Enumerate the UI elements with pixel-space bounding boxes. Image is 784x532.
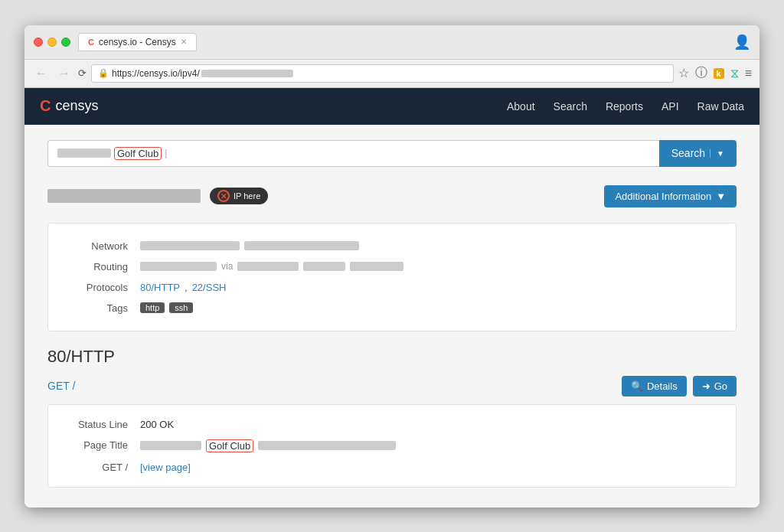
star-icon[interactable]: ☆ <box>678 66 689 80</box>
toolbar-icons: ☆ ⓘ k ⧖ ≡ <box>678 65 752 81</box>
page-title-highlight: Golf Club <box>206 439 253 452</box>
info-icon[interactable]: ⓘ <box>695 65 707 81</box>
ip-address-area: ✕ IP here <box>47 188 268 204</box>
back-button[interactable]: ← <box>32 65 51 82</box>
additional-info-button[interactable]: Additional Information ▼ <box>604 185 737 207</box>
censys-logo: C censys <box>40 97 98 115</box>
search-small-icon: 🔍 <box>631 380 643 392</box>
get-label: GET / <box>64 462 140 473</box>
search-input-wrapper[interactable]: Golf Club | <box>47 140 659 167</box>
tags-label: Tags <box>64 302 140 314</box>
ip-data-section: Network Routing via Protocols <box>47 223 737 331</box>
address-text: https://censys.io/ipv4/ <box>112 68 667 79</box>
network-row: Network <box>64 236 720 256</box>
search-prefix-blurred <box>57 149 111 158</box>
status-line-value: 200 OK <box>140 419 174 430</box>
browser-tab[interactable]: C censys.io - Censys ✕ <box>78 33 197 51</box>
protocol-ssh-link[interactable]: 22/SSH <box>192 282 227 293</box>
search-container: Golf Club | Search ▼ <box>47 140 737 167</box>
get-path-link[interactable]: GET / <box>47 380 75 392</box>
routing-value: via <box>140 261 403 273</box>
ip-badge-x-icon: ✕ <box>217 190 230 202</box>
tags-row: Tags http ssh <box>64 298 720 318</box>
address-bar[interactable]: 🔒 https://censys.io/ipv4/ <box>91 64 674 83</box>
censys-navbar: C censys About Search Reports API Raw Da… <box>24 88 760 125</box>
tab-area: C censys.io - Censys ✕ <box>78 33 726 51</box>
page-title-value: Golf Club <box>140 439 396 452</box>
routing-via: via <box>221 261 233 272</box>
browser-window: C censys.io - Censys ✕ 👤 ← → ⟳ 🔒 https:/… <box>24 25 760 508</box>
nav-search[interactable]: Search <box>554 100 587 113</box>
page-title-suffix-blurred <box>258 441 396 450</box>
details-button[interactable]: 🔍 Details <box>622 376 687 397</box>
protocols-label: Protocols <box>64 282 140 293</box>
http-action-buttons: 🔍 Details ➜ Go <box>622 376 737 397</box>
content-area: Golf Club | Search ▼ ✕ IP here Additiona… <box>24 125 760 508</box>
forward-button[interactable]: → <box>55 65 74 82</box>
traffic-lights <box>34 38 70 47</box>
status-line-label: Status Line <box>64 419 140 430</box>
user-icon: 👤 <box>733 34 750 51</box>
go-button[interactable]: ➜ Go <box>693 376 737 397</box>
search-term-highlight: Golf Club <box>114 147 162 160</box>
nav-rawdata[interactable]: Raw Data <box>697 100 744 113</box>
http-data-section: Status Line 200 OK Page Title Golf Club <box>47 404 737 488</box>
nav-api[interactable]: API <box>662 100 679 113</box>
protocols-value: 80/HTTP , 22/SSH <box>140 282 226 293</box>
details-label: Details <box>647 380 678 392</box>
additional-info-label: Additional Information <box>615 191 711 202</box>
network-label: Network <box>64 240 140 252</box>
additional-info-caret-icon: ▼ <box>716 191 726 202</box>
network-blurred-2 <box>244 241 359 250</box>
close-button[interactable] <box>34 38 43 47</box>
tab-close-icon[interactable]: ✕ <box>181 38 187 46</box>
status-value-text: 200 OK <box>140 419 174 430</box>
censys-logo-text: censys <box>55 98 98 114</box>
search-button[interactable]: Search ▼ <box>659 140 737 167</box>
http-title: 80/HTTP <box>47 347 737 367</box>
ip-address-blurred <box>47 189 201 203</box>
nav-links: About Search Reports API Raw Data <box>507 100 744 113</box>
arrow-icon: ➜ <box>702 380 710 392</box>
view-page-link[interactable]: [view page] <box>140 462 191 473</box>
menu-icon[interactable]: ≡ <box>745 67 752 80</box>
lock-icon: 🔒 <box>98 68 109 78</box>
page-title-prefix-blurred <box>140 441 201 450</box>
status-line-row: Status Line 200 OK <box>64 414 720 435</box>
refresh-button[interactable]: ⟳ <box>78 67 87 79</box>
routing-row: Routing via <box>64 256 720 277</box>
address-blurred <box>201 70 293 77</box>
browser-controls: ← → ⟳ 🔒 https://censys.io/ipv4/ ☆ ⓘ k ⧖ … <box>24 60 760 88</box>
http-get-bar: GET / 🔍 Details ➜ Go <box>47 376 737 397</box>
routing-blurred-4 <box>350 262 403 271</box>
go-label: Go <box>714 380 727 392</box>
minimize-button[interactable] <box>47 38 57 47</box>
tab-label: censys.io - Censys <box>99 37 176 47</box>
search-cursor: | <box>165 148 167 158</box>
tags-value: http ssh <box>140 302 193 314</box>
tab-favicon-icon: C <box>88 38 94 47</box>
maximize-button[interactable] <box>61 38 70 47</box>
routing-blurred-3 <box>303 262 345 271</box>
page-title-row: Page Title Golf Club <box>64 435 720 457</box>
protocol-http-link[interactable]: 80/HTTP <box>140 282 180 293</box>
get-value: [view page] <box>140 462 191 473</box>
routing-blurred-2 <box>237 262 299 271</box>
search-button-label: Search <box>671 147 705 159</box>
routing-label: Routing <box>64 261 140 273</box>
nav-about[interactable]: About <box>507 100 535 113</box>
http-section: 80/HTTP GET / 🔍 Details ➜ Go Sta <box>47 347 737 488</box>
network-value <box>140 240 359 252</box>
extension-icon: k <box>714 68 724 79</box>
protocol-separator: , <box>185 282 188 293</box>
search-dropdown-caret-icon[interactable]: ▼ <box>710 149 724 158</box>
ip-header: ✕ IP here Additional Information ▼ <box>47 185 737 207</box>
get-viewpage-row: GET / [view page] <box>64 457 720 478</box>
protocols-row: Protocols 80/HTTP , 22/SSH <box>64 277 720 298</box>
page-title-label: Page Title <box>64 439 140 452</box>
nav-reports[interactable]: Reports <box>606 100 643 113</box>
tag-http: http <box>140 302 165 313</box>
tag-ssh: ssh <box>169 302 193 313</box>
filter-icon[interactable]: ⧖ <box>730 67 739 80</box>
network-blurred-1 <box>140 241 240 250</box>
